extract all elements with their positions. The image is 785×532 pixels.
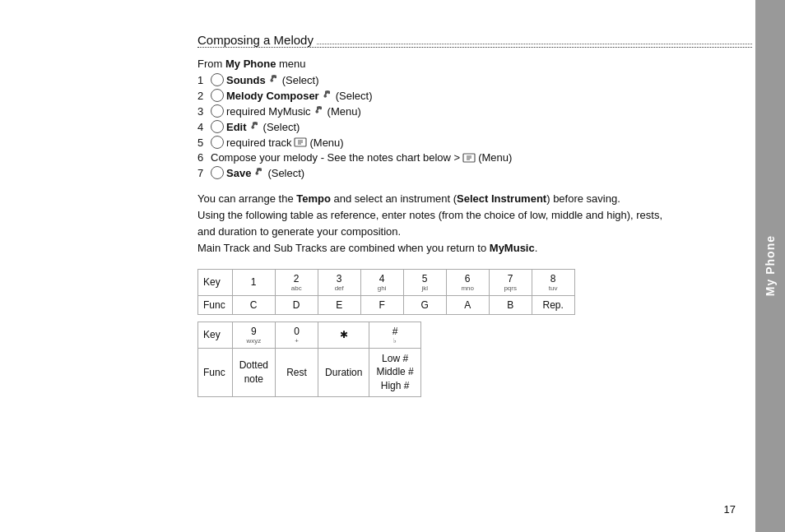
description-block: You can arrange the Tempo and select an … xyxy=(197,191,752,257)
notes-table-1-container: Key 1 2 abc 3 def 4 ghi xyxy=(197,269,752,315)
intro-line: From My Phone menu xyxy=(197,58,752,70)
notes-table-1: Key 1 2 abc 3 def 4 ghi xyxy=(197,269,575,315)
step-6: 6 Compose your melody - See the notes ch… xyxy=(197,151,752,164)
desc-line-3: and duration to generate your compositio… xyxy=(197,224,752,240)
key-cell-hash: # ♭ xyxy=(369,322,420,348)
page-number: 17 xyxy=(724,503,736,516)
func-cell-c: C xyxy=(232,295,275,314)
nav-circle-3 xyxy=(211,104,224,118)
menu-phone-icon-6 xyxy=(462,153,476,163)
key-cell-0: 0 + xyxy=(276,322,318,348)
title-dots xyxy=(317,36,752,44)
step-3: 3 required MyMusic (Menu) xyxy=(197,104,752,118)
table2-key-label: Key xyxy=(198,322,233,348)
func-cell-f: F xyxy=(360,295,403,314)
key-cell-6: 6 mno xyxy=(446,269,489,295)
key-cell-5: 5 jkl xyxy=(403,269,446,295)
step-4: 4 Edit (Select) xyxy=(197,120,752,133)
step-list: 1 Sounds (Select) 2 Melody Composer xyxy=(197,73,752,179)
table1-key-row: Key 1 2 abc 3 def 4 ghi xyxy=(198,269,575,295)
phone-icon-4 xyxy=(249,121,261,132)
nav-circle-2 xyxy=(211,89,224,102)
section-title-text: Composing a Melody xyxy=(197,33,314,47)
step-7: 7 Save (Select) xyxy=(197,166,752,179)
key-cell-1: 1 xyxy=(232,269,275,295)
key-cell-4: 4 ghi xyxy=(360,269,403,295)
step-2: 2 Melody Composer (Select) xyxy=(197,89,752,102)
func-cell-duration: Duration xyxy=(318,348,369,396)
phone-icon-3 xyxy=(314,105,325,117)
func-cell-b: B xyxy=(489,295,532,314)
func-cell-d: D xyxy=(275,295,318,314)
key-cell-3: 3 def xyxy=(318,269,360,295)
notes-table-2-container: Key 9 wxyz 0 + ✱ # ♭ xyxy=(197,322,752,397)
desc-line-1: You can arrange the Tempo and select an … xyxy=(197,191,752,207)
table2-func-row: Func Dottednote Rest Duration Low #Middl… xyxy=(198,348,421,396)
nav-circle-7 xyxy=(211,166,224,179)
phone-icon-2 xyxy=(322,90,333,101)
key-cell-8: 8 tuv xyxy=(532,269,574,295)
sidebar-label: My Phone xyxy=(764,235,777,296)
func-cell-g: G xyxy=(403,295,446,314)
func-cell-a: A xyxy=(446,295,489,314)
nav-circle-4 xyxy=(211,120,224,133)
func-cell-dotted: Dottednote xyxy=(232,348,275,396)
sidebar: My Phone xyxy=(755,0,785,532)
menu-phone-icon-5 xyxy=(294,137,307,147)
key-cell-2: 2 abc xyxy=(275,269,318,295)
phone-icon-7 xyxy=(253,167,265,178)
func-cell-e: E xyxy=(318,295,360,314)
desc-line-4: Main Track and Sub Tracks are combined w… xyxy=(197,240,752,257)
func-cell-rest: Rest xyxy=(276,348,318,396)
key-cell-7: 7 pqrs xyxy=(489,269,532,295)
desc-line-2: Using the following table as reference, … xyxy=(197,207,752,224)
nav-circle-5 xyxy=(211,136,224,149)
table1-key-label: Key xyxy=(198,269,233,295)
nav-circle-1 xyxy=(211,73,224,86)
notes-table-2: Key 9 wxyz 0 + ✱ # ♭ xyxy=(197,322,421,397)
step-1: 1 Sounds (Select) xyxy=(197,73,752,86)
func-cell-rep: Rep. xyxy=(532,295,574,314)
table1-func-label: Func xyxy=(198,295,233,314)
step-5: 5 required track (Menu) xyxy=(197,136,752,149)
table2-key-row: Key 9 wxyz 0 + ✱ # ♭ xyxy=(198,322,421,348)
table1-func-row: Func C D E F G A B Rep. xyxy=(198,295,575,314)
func-cell-low-mid-high: Low #Middle #High # xyxy=(369,348,420,396)
section-title: Composing a Melody xyxy=(197,33,752,48)
table2-func-label: Func xyxy=(198,348,233,396)
key-cell-star: ✱ xyxy=(318,322,369,348)
phone-icon-1 xyxy=(268,74,280,86)
key-cell-9: 9 wxyz xyxy=(232,322,275,348)
